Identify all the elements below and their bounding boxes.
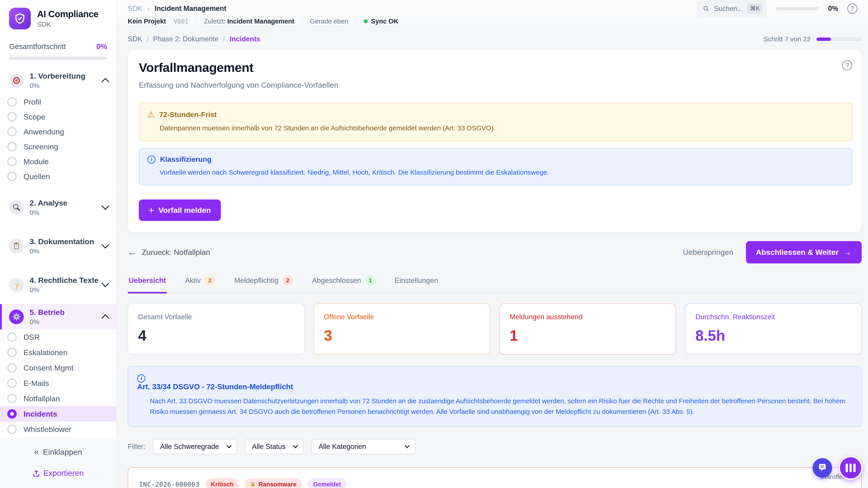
topbar-breadcrumb: SDK › Incident Management <box>128 4 226 13</box>
sidebar-item-quellen[interactable]: Quellen <box>0 169 116 184</box>
sidebar-item-notfallplan[interactable]: Notfallplan <box>0 391 116 406</box>
clipboard-icon <box>9 239 24 254</box>
radio-icon <box>7 127 17 136</box>
selected-severity: Alle Schweregrade <box>160 443 219 451</box>
search-input[interactable]: Suchen... ⌘K <box>697 0 767 17</box>
section-pct: 0% <box>30 248 103 255</box>
sidebar-item-eskalationen[interactable]: Eskalationen <box>0 345 116 360</box>
upload-icon <box>33 469 40 477</box>
chevron-right-icon: › <box>147 4 150 13</box>
category-label: Ransomware <box>258 481 296 488</box>
sync-status: Sync OK <box>371 18 398 25</box>
sidebar-footer: «Einklappen Exportieren <box>0 437 116 488</box>
sidebar-item-profil[interactable]: Profil <box>0 94 116 109</box>
sidebar-item-whistleblower[interactable]: Whistleblower <box>0 422 116 437</box>
selected-status: Alle Status <box>252 443 285 451</box>
selected-category: Alle Kategorien <box>318 443 366 451</box>
sidebar-item-label: Quellen <box>24 172 50 181</box>
skip-button[interactable]: Ueberspringen <box>683 248 733 257</box>
tab-count-badge: 2 <box>205 275 215 286</box>
arrow-left-icon: ← <box>128 247 137 257</box>
page-breadcrumb-row: SDK / Phase 2: Dokumente / Incidents Sch… <box>128 35 862 43</box>
metric-value: 2.500 <box>820 486 849 488</box>
tab-meldepflichtig[interactable]: Meldepflichtig 2 <box>233 273 294 293</box>
status-badge: Gemeldet <box>308 478 346 488</box>
radio-icon <box>7 332 17 342</box>
gdpr-note-text: Nach Art. 33 DSGVO muessen Datenschutzve… <box>137 396 852 417</box>
back-link[interactable]: ← Zurueck: Notfallplan <box>128 247 210 257</box>
help-icon[interactable]: ? <box>847 3 858 14</box>
columns-icon <box>846 464 856 472</box>
sidebar-item-consent-mgmt[interactable]: Consent Mgmt <box>0 360 116 376</box>
sidebar-item-label: Notfallplan <box>24 394 60 403</box>
tab-count-badge: 1 <box>365 275 375 286</box>
chat-fab-button[interactable] <box>813 458 832 478</box>
collapse-sidebar-button[interactable]: «Einklappen <box>0 447 116 457</box>
sidebar-item-scope[interactable]: Scope <box>0 109 116 124</box>
radio-icon <box>7 424 17 434</box>
tab-einstellungen[interactable]: Einstellungen <box>394 273 439 293</box>
section-header-analyse[interactable]: 2. Analyse 0% <box>0 188 116 227</box>
stat-card-open: Offene Vorfaelle 3 <box>313 303 490 355</box>
radio-icon <box>7 112 17 122</box>
section-title: 4. Rechtliche Texte <box>30 276 99 285</box>
stat-value: 3 <box>324 327 480 344</box>
sidebar-item-screening[interactable]: Screening <box>0 139 116 154</box>
complete-next-button[interactable]: Abschliessen & Weiter → <box>746 241 862 263</box>
overall-progress-label: Gesamtfortschritt <box>9 42 66 51</box>
tab-aktiv[interactable]: Aktiv 2 <box>184 273 216 293</box>
section-title: 3. Dokumentation <box>30 237 94 246</box>
board-view-fab-button[interactable] <box>839 456 863 480</box>
sidebar-item-anwendung[interactable]: Anwendung <box>0 124 116 139</box>
sidebar-section-rechtliche-texte: 4. Rechtliche Texte 0% <box>0 265 116 304</box>
export-button[interactable]: Exportieren <box>0 468 116 478</box>
app-logo-shield-icon <box>9 8 31 29</box>
stat-card-pending-reports: Meldungen ausstehend 1 <box>499 303 676 355</box>
warning-text: Datenpannen muessen innerhalb von 72 Stu… <box>147 123 844 133</box>
sidebar-item-module[interactable]: Module <box>0 154 116 169</box>
breadcrumb-phase[interactable]: Phase 2: Dokumente <box>153 35 219 43</box>
category-filter-select[interactable]: Alle Kategorien <box>311 439 415 454</box>
section-header-rechtliche-texte[interactable]: 4. Rechtliche Texte 0% <box>0 265 116 304</box>
slash-separator: / <box>223 35 225 43</box>
section-header-vorbereitung[interactable]: 1. Vorbereitung 0% <box>0 66 116 94</box>
topbar-progress-bar <box>776 7 819 10</box>
incident-list-item[interactable]: INC-2026-000003 Kritisch Ransomware Geme… <box>128 467 862 488</box>
sidebar-item-dsr[interactable]: DSR <box>0 329 116 345</box>
card-help-icon[interactable]: ? <box>842 60 852 70</box>
report-incident-button[interactable]: + Vorfall melden <box>139 199 221 221</box>
tab-abgeschlossen[interactable]: Abgeschlossen 1 <box>311 273 377 293</box>
magnifier-icon <box>9 200 24 215</box>
sidebar-item-emails[interactable]: E-Mails <box>0 376 116 391</box>
section-title: 5. Betrieb <box>30 308 65 317</box>
filter-label: Filter: <box>128 443 145 451</box>
chevron-down-icon <box>101 280 109 287</box>
section-header-betrieb[interactable]: 5. Betrieb 0% <box>0 304 116 329</box>
severity-filter-select[interactable]: Alle Schweregrade <box>153 439 237 454</box>
step-label: Schritt 7 von 22 <box>764 35 811 43</box>
sidebar-item-incidents[interactable]: Incidents <box>0 406 116 422</box>
memo-pencil-icon <box>9 278 24 292</box>
stat-value: 8.5h <box>695 327 851 344</box>
chevron-down-icon <box>293 443 298 449</box>
section-title: 1. Vorbereitung <box>30 72 86 80</box>
last-label: Zuletzt: <box>204 18 225 25</box>
statusbar: Kein Projekt V001 Zuletzt: Incident Mana… <box>116 17 868 26</box>
sidebar-nav: 1. Vorbereitung 0% Profil Scope Anwendun… <box>0 66 116 437</box>
section-pct: 0% <box>30 318 103 326</box>
breadcrumb-sdk[interactable]: SDK <box>128 35 142 43</box>
collapse-icon: « <box>34 447 39 457</box>
breadcrumb-root[interactable]: SDK <box>128 4 142 13</box>
status-filter-select[interactable]: Alle Status <box>245 439 304 454</box>
sidebar-item-label: DSR <box>24 333 40 341</box>
keyboard-shortcut-badge: ⌘K <box>747 4 763 13</box>
chat-bubble-icon <box>817 463 827 473</box>
collapse-label: Einklappen <box>43 448 82 456</box>
tab-uebersicht[interactable]: Uebersicht <box>128 273 167 293</box>
tab-label: Abgeschlossen <box>312 276 361 285</box>
severity-badge: Kritisch <box>206 478 239 488</box>
chevron-up-icon <box>101 78 109 86</box>
radio-icon <box>7 348 17 357</box>
classification-info-note: i Klassifizierung Vorfaelle werden nach … <box>139 148 852 186</box>
section-header-dokumentation[interactable]: 3. Dokumentation 0% <box>0 227 116 265</box>
